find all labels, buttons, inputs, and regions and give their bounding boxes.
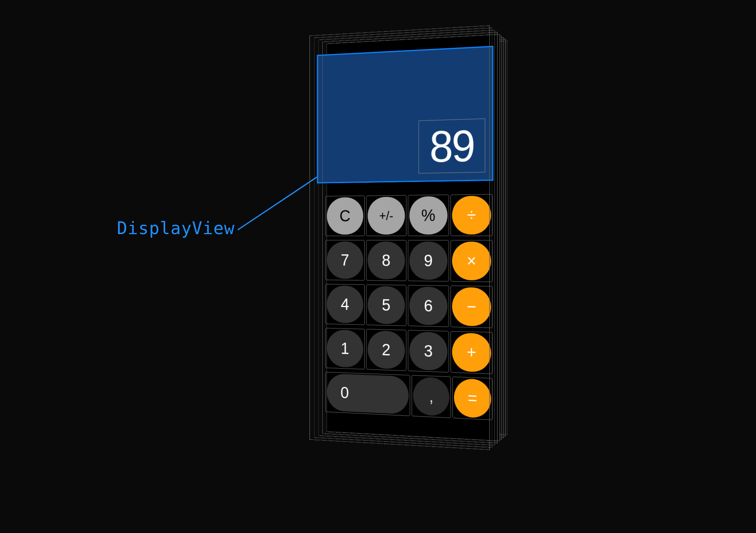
diagram-stage: DisplayView 89 C +/- % ÷ bbox=[0, 0, 756, 533]
view-layer-wire bbox=[309, 25, 489, 450]
calculator-exploded-view: 89 C +/- % ÷ 7 8 9 × 4 bbox=[320, 39, 503, 436]
displayview-annotation-label: DisplayView bbox=[117, 218, 235, 238]
